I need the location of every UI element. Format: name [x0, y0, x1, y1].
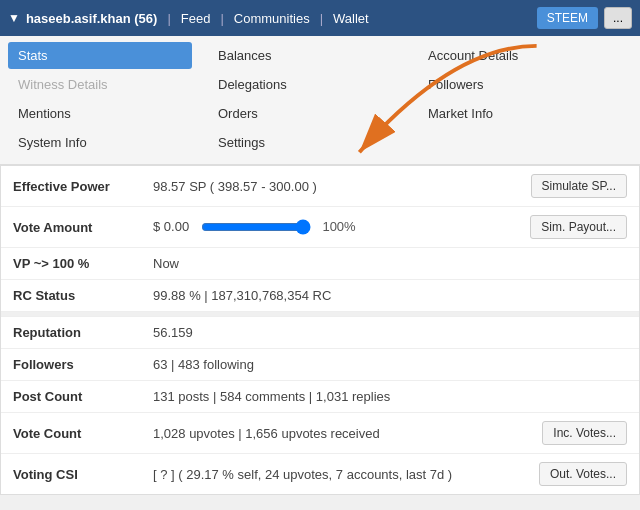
- table-row: RC Status 99.88 % | 187,310,768,354 RC: [1, 280, 639, 312]
- menu-item-stats[interactable]: Stats: [8, 42, 192, 69]
- out-votes-button[interactable]: Out. Votes...: [539, 462, 627, 486]
- top-nav: ▼ haseeb.asif.khan (56) | Feed | Communi…: [0, 0, 640, 36]
- value-voting-csi: [ ? ] ( 29.17 % self, 24 upvotes, 7 acco…: [141, 454, 504, 495]
- dropdown-icon[interactable]: ▼: [8, 11, 20, 25]
- label-post-count: Post Count: [1, 381, 141, 413]
- username: haseeb.asif.khan (56): [26, 11, 158, 26]
- value-vote-count: 1,028 upvotes | 1,656 upvotes received: [141, 413, 504, 454]
- menu-col-1: Stats Witness Details Mentions System In…: [0, 42, 200, 158]
- menu-item-mentions[interactable]: Mentions: [8, 100, 192, 127]
- label-vp: VP ~> 100 %: [1, 248, 141, 280]
- label-vote-amount: Vote Amount: [1, 207, 141, 248]
- table-row: Followers 63 | 483 following: [1, 349, 639, 381]
- feed-link[interactable]: Feed: [181, 11, 211, 26]
- wallet-link[interactable]: Wallet: [333, 11, 369, 26]
- label-vote-count: Vote Count: [1, 413, 141, 454]
- value-effective-power: 98.57 SP ( 398.57 - 300.00 ): [141, 166, 504, 207]
- value-followers: 63 | 483 following: [141, 349, 504, 381]
- label-effective-power: Effective Power: [1, 166, 141, 207]
- table-row: Voting CSI [ ? ] ( 29.17 % self, 24 upvo…: [1, 454, 639, 495]
- menu-item-followers[interactable]: Followers: [418, 71, 632, 98]
- menu-col-3: Account Details Followers Market Info: [410, 42, 640, 158]
- stats-table: Effective Power 98.57 SP ( 398.57 - 300.…: [1, 166, 639, 494]
- table-row: Post Count 131 posts | 584 comments | 1,…: [1, 381, 639, 413]
- menu-col-2: Balances Delegations Orders Settings: [200, 42, 410, 158]
- menu-item-settings[interactable]: Settings: [208, 129, 402, 156]
- vote-dollar: $ 0.00: [153, 219, 189, 234]
- table-row: Vote Amount $ 0.00 100% Sim. Payout...: [1, 207, 639, 248]
- table-row: Reputation 56.159: [1, 317, 639, 349]
- label-followers: Followers: [1, 349, 141, 381]
- simulate-sp-button[interactable]: Simulate SP...: [531, 174, 627, 198]
- label-voting-csi: Voting CSI: [1, 454, 141, 495]
- menu-area: Stats Witness Details Mentions System In…: [0, 36, 640, 165]
- more-button[interactable]: ...: [604, 7, 632, 29]
- menu-item-delegations[interactable]: Delegations: [208, 71, 402, 98]
- menu-item-witness: Witness Details: [8, 71, 192, 98]
- menu-item-balances[interactable]: Balances: [208, 42, 402, 69]
- action-effective-power: Simulate SP...: [504, 166, 639, 207]
- vote-pct: 100%: [322, 219, 355, 234]
- menu-item-orders[interactable]: Orders: [208, 100, 402, 127]
- label-reputation: Reputation: [1, 317, 141, 349]
- steem-button[interactable]: STEEM: [537, 7, 598, 29]
- action-vote-amount: Sim. Payout...: [504, 207, 639, 248]
- value-rc-status: 99.88 % | 187,310,768,354 RC: [141, 280, 504, 312]
- main-content: Effective Power 98.57 SP ( 398.57 - 300.…: [0, 165, 640, 495]
- table-row: Vote Count 1,028 upvotes | 1,656 upvotes…: [1, 413, 639, 454]
- label-rc-status: RC Status: [1, 280, 141, 312]
- vote-slider[interactable]: [201, 219, 311, 235]
- communities-link[interactable]: Communities: [234, 11, 310, 26]
- table-row: VP ~> 100 % Now: [1, 248, 639, 280]
- value-vote-amount: $ 0.00 100%: [141, 207, 504, 248]
- inc-votes-button[interactable]: Inc. Votes...: [542, 421, 627, 445]
- sim-payout-button[interactable]: Sim. Payout...: [530, 215, 627, 239]
- menu-item-account-details[interactable]: Account Details: [418, 42, 632, 69]
- table-row: Effective Power 98.57 SP ( 398.57 - 300.…: [1, 166, 639, 207]
- value-vp: Now: [141, 248, 504, 280]
- value-post-count: 131 posts | 584 comments | 1,031 replies: [141, 381, 504, 413]
- menu-item-market-info[interactable]: Market Info: [418, 100, 632, 127]
- value-reputation: 56.159: [141, 317, 504, 349]
- menu-item-sysinfo[interactable]: System Info: [8, 129, 192, 156]
